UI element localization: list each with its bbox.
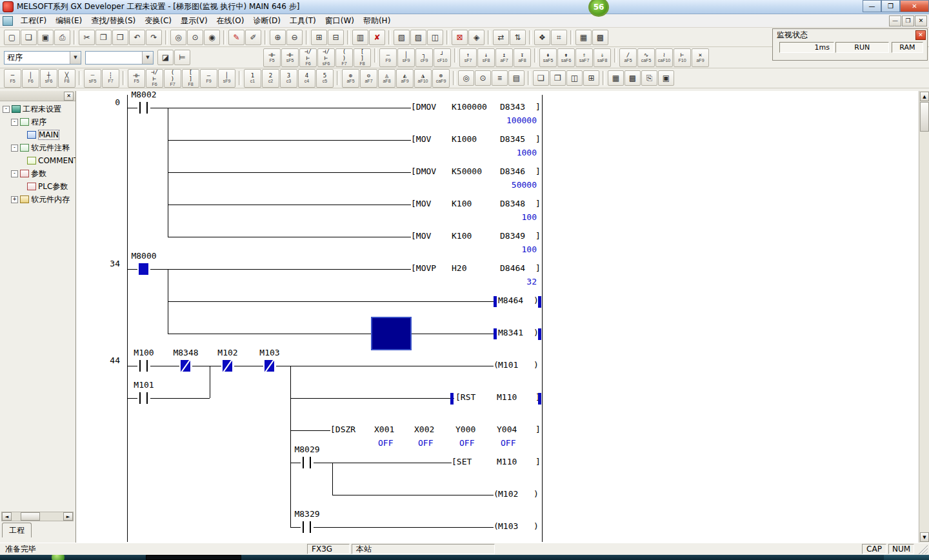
collapse-icon[interactable]: - xyxy=(11,170,18,177)
instruction-token[interactable]: K100000 xyxy=(452,102,487,112)
instruction-token[interactable]: Y004 xyxy=(497,425,517,434)
tree-horizontal-scrollbar[interactable]: ◄ ► xyxy=(1,512,74,521)
window-split-icon[interactable]: ◫ xyxy=(566,70,583,86)
fn-saF6-button[interactable]: ⇟saF6 xyxy=(557,48,575,67)
fn-F8-button[interactable]: [ ]F8 xyxy=(182,69,199,88)
write-mode-icon[interactable]: ▨ xyxy=(410,30,426,45)
fn-F8-button[interactable]: ╳F8 xyxy=(58,69,75,88)
fn-caF5-button[interactable]: ∿caF5 xyxy=(637,48,655,67)
program-check-icon[interactable]: ❖ xyxy=(534,30,550,45)
menu-item[interactable]: 诊断(D) xyxy=(248,14,285,28)
fn-aF10-button[interactable]: ◮aF10 xyxy=(414,69,432,88)
instruction-token[interactable]: M110 xyxy=(497,392,517,402)
instruction-token[interactable]: D8345 xyxy=(500,134,525,144)
instruction-token[interactable]: D8346 xyxy=(500,166,525,176)
device-comment-display-icon[interactable]: ▥ xyxy=(352,30,368,45)
fn-F6-button[interactable]: │F6 xyxy=(22,69,39,88)
instruction-token[interactable]: D8348 xyxy=(500,199,525,208)
contact-M8002[interactable] xyxy=(137,100,150,115)
tree-item-MAIN[interactable]: MAIN xyxy=(0,128,75,141)
print-icon[interactable]: ⎙ xyxy=(54,30,70,45)
chevron-down-icon[interactable]: ▼ xyxy=(70,52,81,64)
expand-icon[interactable]: + xyxy=(11,196,18,203)
fn-F10-button[interactable]: ⊢F10 xyxy=(674,48,691,67)
instruction-token[interactable]: X002 xyxy=(414,425,434,434)
fn-F8-button[interactable]: [ ]F8 xyxy=(354,48,371,67)
collapse-icon[interactable]: - xyxy=(11,119,18,126)
fn-sF9-button[interactable]: │sF9 xyxy=(397,48,415,67)
instruction-token[interactable]: Y000 xyxy=(455,425,475,434)
instruction-token[interactable]: K1000 xyxy=(452,134,477,144)
monitor-mode-icon[interactable]: ◫ xyxy=(427,30,443,45)
fn-F7-button[interactable]: ( )F7 xyxy=(335,48,353,67)
read-mode-icon[interactable]: ▧ xyxy=(394,30,410,45)
instruction-token[interactable]: K100 xyxy=(452,231,472,241)
menu-item[interactable]: 查找/替换(S) xyxy=(86,14,140,28)
contact-M8029[interactable] xyxy=(301,455,314,470)
fn-F6-button[interactable]: ⊣/⊢F6 xyxy=(146,69,163,88)
instruction-token[interactable]: D8343 xyxy=(500,102,525,112)
fn-sF9-button[interactable]: │sF9 xyxy=(218,69,235,88)
instruction-list-icon[interactable]: ⊟ xyxy=(328,30,344,45)
collapse-icon[interactable]: - xyxy=(3,106,10,113)
scroll-right-icon[interactable]: ► xyxy=(63,512,73,521)
monitor-stop-icon[interactable]: ✘ xyxy=(369,30,385,45)
instruction-token[interactable]: K100 xyxy=(452,199,472,208)
menu-item[interactable]: 工程(F) xyxy=(16,14,51,28)
instruction-token[interactable]: D8349 xyxy=(500,231,525,241)
redo-icon[interactable]: ↷ xyxy=(146,30,162,45)
scroll-thumb[interactable] xyxy=(21,512,40,521)
find-contact-icon[interactable]: ◎ xyxy=(458,70,474,86)
device-test-icon[interactable]: ◈ xyxy=(468,30,484,45)
cut-icon[interactable]: ✂ xyxy=(79,30,95,45)
scroll-down-icon[interactable]: ▼ xyxy=(920,532,929,542)
instruction-token[interactable]: D8464 xyxy=(500,263,525,273)
fn-sF5-button[interactable]: ⊣⊢sF5 xyxy=(281,48,299,67)
save-project-icon[interactable]: ▣ xyxy=(37,30,54,45)
chevron-down-icon[interactable]: ▼ xyxy=(142,52,153,64)
block-combobox[interactable]: ▼ xyxy=(85,51,154,65)
tree-item-PLC参数[interactable]: PLC参数 xyxy=(0,180,75,193)
fn-F5-button[interactable]: ─F5 xyxy=(4,69,21,88)
child-close-button[interactable]: ✕ xyxy=(915,15,927,26)
coil-M101[interactable]: (M101) xyxy=(494,359,539,372)
tree-item-参数[interactable]: -参数 xyxy=(0,167,75,180)
find-instruction-icon[interactable]: ⊙ xyxy=(187,30,203,45)
tree-item-程序[interactable]: -程序 xyxy=(0,115,75,128)
fn-F6-button[interactable]: ⊣/⊢F6 xyxy=(299,48,317,67)
fn-sF7-button[interactable]: ↑sF7 xyxy=(459,48,477,67)
menu-item[interactable]: 帮助(H) xyxy=(359,14,395,28)
instruction-token[interactable]: [MOV xyxy=(411,199,431,208)
scroll-left-icon[interactable]: ◄ xyxy=(2,512,12,521)
fn-aF9-button[interactable]: ◭aF9 xyxy=(396,69,414,88)
instruction-token[interactable]: M110 xyxy=(497,457,517,466)
comment-display-icon[interactable]: ≡ xyxy=(492,70,508,86)
close-button[interactable]: ✕ xyxy=(900,0,929,12)
fn-aF5-button[interactable]: ∕aF5 xyxy=(619,48,637,67)
ladder-vertical-scrollbar[interactable]: ▲ ▼ xyxy=(919,91,929,543)
cross-reference-icon[interactable]: ⌗ xyxy=(551,30,567,45)
monitor-close-button[interactable]: ✕ xyxy=(915,30,926,40)
monitor-start-icon[interactable]: ▦ xyxy=(608,70,624,86)
menu-item[interactable]: 窗口(W) xyxy=(321,14,359,28)
fn-caF10-button[interactable]: ≀caF10 xyxy=(655,48,673,67)
window-tile-icon[interactable]: ⊞ xyxy=(583,70,599,86)
zoom-out-icon[interactable]: ⊖ xyxy=(286,30,303,45)
contact-M8329[interactable] xyxy=(301,519,314,535)
find-coil-icon[interactable]: ⊙ xyxy=(475,70,491,86)
fn-saF8-button[interactable]: ⇓saF8 xyxy=(594,48,611,67)
fn-c2-button[interactable]: 2c2 xyxy=(262,69,279,88)
menu-item[interactable]: 在线(O) xyxy=(212,14,249,28)
maximize-button[interactable]: ❐ xyxy=(881,0,900,12)
fn-F7-button[interactable]: ┆F7 xyxy=(102,69,119,88)
copy-icon[interactable]: ❐ xyxy=(95,30,112,45)
fn-aF8-button[interactable]: ◬aF8 xyxy=(378,69,395,88)
fn-F9-button[interactable]: —F9 xyxy=(200,69,217,88)
instruction-token[interactable]: H20 xyxy=(452,263,466,273)
find-replace-icon[interactable]: ◉ xyxy=(204,30,220,45)
resize-grip[interactable] xyxy=(917,544,928,554)
program-type-combobox[interactable]: 程序 ▼ xyxy=(4,51,81,65)
fn-c1-button[interactable]: 1c1 xyxy=(244,69,261,88)
coil-M8464[interactable]: M8464) xyxy=(494,295,539,308)
fn-F9-button[interactable]: —F9 xyxy=(379,48,397,67)
